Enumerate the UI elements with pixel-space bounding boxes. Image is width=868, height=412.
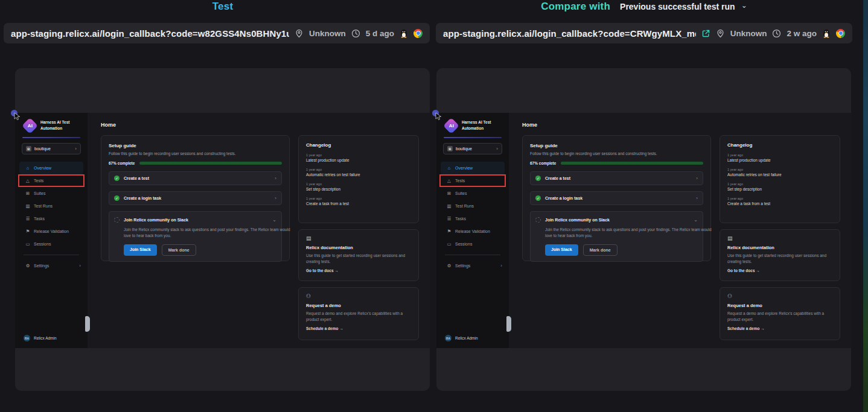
compare-url-bar: app-staging.relicx.ai/login_callback?cod… <box>436 23 852 43</box>
location-pin-icon <box>295 29 304 38</box>
book-icon: ▤ <box>306 236 411 241</box>
chevron-right-icon: › <box>275 195 276 201</box>
app-screenshot: AI Harness AI Test Automation B boutique… <box>436 113 851 348</box>
linux-penguin-icon <box>400 29 408 38</box>
people-icon: ⚇ <box>727 294 832 299</box>
sidebar-collapse-handle <box>506 316 511 332</box>
sidebar-item-sessions: ▭ Sessions <box>19 238 83 250</box>
sidebar-item-tasks: ☰ Tasks <box>441 212 505 225</box>
sidebar-item-label: Tests <box>455 179 465 183</box>
test-url-bar: app-staging.relicx.ai/login_callback?cod… <box>4 23 430 43</box>
sidebar-item-label: Overview <box>34 166 51 170</box>
user-account: RA Relicx Admin <box>24 335 57 341</box>
project-badge: B <box>26 146 31 151</box>
video-icon: ▭ <box>447 242 452 247</box>
chevron-right-icon: › <box>275 176 276 181</box>
mark-done-button: Mark done <box>162 244 196 256</box>
compare-panel-header: Compare with Previous successful test ru… <box>436 0 852 13</box>
test-location: Unknown <box>309 29 346 38</box>
app-screenshot: AI Harness AI Test Automation B boutique… <box>15 113 430 348</box>
home-icon: ⌂ <box>25 166 30 171</box>
go-to-docs-link: Go to the docs → <box>306 268 411 273</box>
linux-penguin-icon <box>822 29 831 38</box>
sidebar-divider <box>24 255 79 255</box>
compare-location: Unknown <box>730 29 767 38</box>
changelog-card: Changelog 1 year ago Latest production u… <box>298 135 419 223</box>
chevron-down-icon: ⌄ <box>694 217 698 223</box>
clock-icon <box>351 29 360 38</box>
page-title: Home <box>509 113 851 128</box>
test-screenshot-container[interactable]: AI Harness AI Test Automation B boutique… <box>15 68 430 391</box>
project-name: boutique <box>34 147 72 151</box>
home-icon: ⌂ <box>447 166 452 171</box>
chevron-right-icon: › <box>75 146 77 151</box>
checklist-item-create-test: ✓ Create a test › <box>530 171 703 185</box>
changelog-entry: 1 year ago Create a task from a test <box>306 197 411 206</box>
location-pin-icon <box>716 29 725 38</box>
compare-screenshot-container[interactable]: AI Harness AI Test Automation B boutique… <box>436 68 851 391</box>
sidebar-item-label: Tasks <box>455 217 466 221</box>
progress-bar <box>561 162 703 165</box>
video-icon: ▭ <box>25 242 30 247</box>
sidebar-item-label: Release Validation <box>34 229 69 233</box>
setup-guide-title: Setup guide <box>109 143 282 148</box>
progress-bar <box>139 162 282 165</box>
app-main: Home Setup guide Follow this guide to be… <box>509 113 851 348</box>
checklist-item-join-slack: Join Relicx community on Slack ⌄ Join th… <box>109 211 282 262</box>
flag-icon: ⚑ <box>25 229 30 234</box>
compare-url: app-staging.relicx.ai/login_callback?cod… <box>443 28 696 39</box>
setup-guide-description: Follow this guide to begin recording use… <box>530 151 703 156</box>
changelog-entry: 1 year ago Automatic retries on test fai… <box>727 168 832 177</box>
changelog-entry: 1 year ago Set step description <box>306 182 411 191</box>
join-slack-button: Join Slack <box>124 244 157 256</box>
documentation-card: ▤ Relicx documentation Use this guide to… <box>298 229 419 281</box>
checklist-item-description: Join the Relicx community slack to ask q… <box>124 227 290 239</box>
chevron-down-icon: ⌄ <box>272 217 276 223</box>
background-wallpaper-strip <box>863 0 868 412</box>
compare-age: 2 w ago <box>787 29 817 38</box>
user-name: Relicx Admin <box>455 336 478 340</box>
test-compare-view: Test Compare with Previous successful te… <box>0 0 868 412</box>
setup-guide-description: Follow this guide to begin recording use… <box>109 151 282 156</box>
project-selector: B boutique › <box>443 143 502 154</box>
sidebar-item-label: Settings <box>455 264 470 268</box>
sidebar-nav: ⌂ Overview △ Tests ⊞ Suites ▥ Test Runs … <box>15 162 88 272</box>
compare-panel-title: Compare with <box>541 1 610 13</box>
changelog-entry: 1 year ago Latest production update <box>727 153 832 162</box>
external-link-icon[interactable] <box>701 29 710 38</box>
chrome-icon <box>836 29 845 38</box>
changelog-entry: 1 year ago Latest production update <box>306 153 411 162</box>
sidebar-item-overview: ⌂ Overview <box>441 162 505 174</box>
changelog-entry: 1 year ago Create a task from a test <box>727 197 832 206</box>
empty-circle-icon <box>114 217 120 223</box>
project-selector: B boutique › <box>22 143 81 154</box>
setup-progress: 67% complete <box>530 161 703 165</box>
people-icon: ⚇ <box>306 294 411 299</box>
chrome-icon <box>413 29 423 38</box>
setup-guide-card: Setup guide Follow this guide to begin r… <box>522 135 711 261</box>
compare-run-dropdown[interactable]: Previous successful test run ⌄ <box>620 2 747 11</box>
avatar: RA <box>445 335 452 341</box>
gear-icon: ⚙ <box>447 264 452 268</box>
test-url: app-staging.relicx.ai/login_callback?cod… <box>11 28 289 39</box>
chevron-right-icon: › <box>696 195 698 201</box>
sidebar-item-label: Suites <box>455 191 467 195</box>
progress-label: 67% complete <box>109 161 135 165</box>
go-to-docs-link: Go to the docs → <box>727 268 832 273</box>
brand-name: Harness AI Test Automation <box>40 119 69 132</box>
checklist-item-create-login-task: ✓ Create a login task › <box>530 191 703 205</box>
sidebar-item-suites: ⊞ Suites <box>19 187 83 200</box>
sidebar-item-label: Test Runs <box>34 204 53 208</box>
chevron-right-icon: › <box>696 176 698 181</box>
avatar: RA <box>24 335 30 341</box>
setup-guide-title: Setup guide <box>530 143 703 148</box>
check-circle-icon: ✓ <box>535 195 541 201</box>
brand: AI Harness AI Test Automation <box>436 113 509 132</box>
columns-icon: ▥ <box>25 204 30 209</box>
app-sidebar: AI Harness AI Test Automation B boutique… <box>436 113 509 348</box>
schedule-demo-link: Schedule a demo → <box>727 326 832 331</box>
changelog-title: Changelog <box>306 142 411 148</box>
checklist-item-join-slack: Join Relicx community on Slack ⌄ Join th… <box>530 211 703 262</box>
brand-divider <box>444 137 502 138</box>
list-icon: ☰ <box>447 217 452 221</box>
